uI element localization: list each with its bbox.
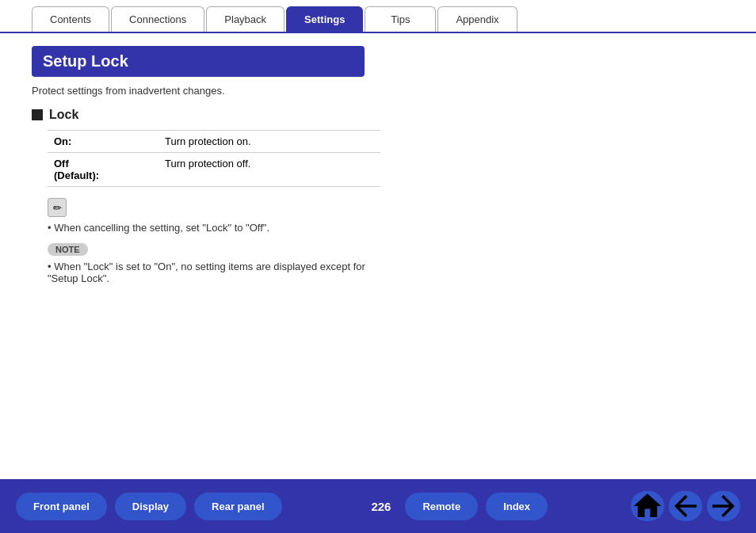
note-badge: NOTE <box>48 243 88 256</box>
tab-contents[interactable]: Contents <box>32 6 109 32</box>
table-row: On: Turn protection on. <box>48 131 380 153</box>
bottom-nav-left: Front panel Display Rear panel <box>16 493 282 520</box>
index-button[interactable]: Index <box>486 493 548 520</box>
table-cell-option: Off(Default): <box>48 153 158 187</box>
subtitle: Protect settings from inadvertent change… <box>32 85 724 97</box>
pencil-icon-area: ✏ <box>48 198 724 217</box>
page-title: Setup Lock <box>32 46 365 77</box>
tab-settings[interactable]: Settings <box>286 6 363 32</box>
home-button[interactable] <box>631 491 664 521</box>
section-icon <box>32 109 43 120</box>
home-icon <box>631 489 664 523</box>
tab-connections[interactable]: Connections <box>111 6 204 32</box>
display-button[interactable]: Display <box>115 493 186 520</box>
main-content: Setup Lock Protect settings from inadver… <box>0 33 756 292</box>
tab-playback[interactable]: Playback <box>206 6 284 32</box>
front-panel-button[interactable]: Front panel <box>16 493 107 520</box>
table-cell-option: On: <box>48 131 158 153</box>
tab-appendix[interactable]: Appendix <box>437 6 517 32</box>
arrow-right-icon <box>707 489 740 523</box>
page-number: 226 <box>371 500 391 513</box>
section-title: Lock <box>49 108 78 122</box>
table-cell-description: Turn protection off. <box>158 153 380 187</box>
bottom-navigation: Front panel Display Rear panel 226 Remot… <box>0 479 756 533</box>
arrow-left-icon <box>669 489 702 523</box>
tip-text: When cancelling the setting, set "Lock" … <box>48 222 724 234</box>
table-row: Off(Default): Turn protection off. <box>48 153 380 187</box>
section-heading: Lock <box>32 108 724 122</box>
top-navigation: Contents Connections Playback Settings T… <box>0 0 756 33</box>
pencil-icon: ✏ <box>48 198 67 217</box>
remote-button[interactable]: Remote <box>405 493 478 520</box>
rear-panel-button[interactable]: Rear panel <box>194 493 281 520</box>
bottom-nav-center: 226 Remote Index <box>365 493 548 520</box>
note-text: When "Lock" is set to "On", no setting i… <box>48 261 380 284</box>
forward-button[interactable] <box>707 491 740 521</box>
back-button[interactable] <box>669 491 702 521</box>
bottom-nav-right <box>631 491 740 521</box>
settings-table: On: Turn protection on. Off(Default): Tu… <box>48 130 380 187</box>
table-cell-description: Turn protection on. <box>158 131 380 153</box>
tab-tips[interactable]: Tips <box>365 6 436 32</box>
